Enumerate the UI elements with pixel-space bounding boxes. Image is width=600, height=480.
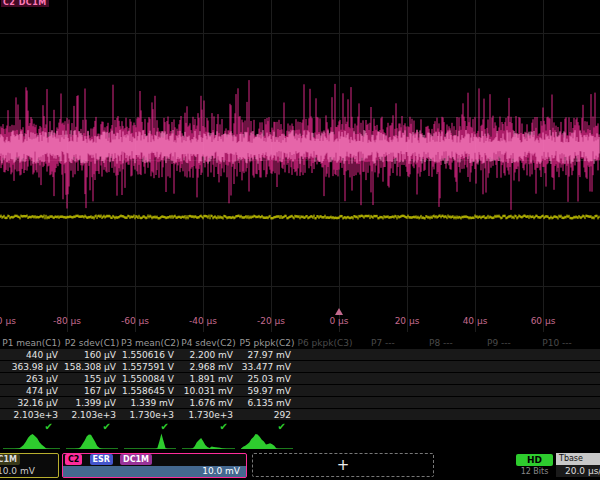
measure-value-cell: 32.16 µV <box>0 397 63 409</box>
histicon-baseline <box>3 448 60 449</box>
histicon-shape <box>241 434 293 449</box>
measure-header-cell[interactable]: P3 mean(C2) <box>121 337 179 349</box>
channel-c2-descriptor[interactable]: C2 ESR DC1M 10.0 mV <box>62 453 247 478</box>
measure-value-cell: 25.03 mV <box>238 373 296 385</box>
measure-value-row: 440 µV160 µV1.550616 V2.200 mV27.97 mV <box>0 349 600 361</box>
measure-header-cell[interactable]: P7 --- <box>354 337 412 349</box>
measure-value-cell: 167 µV <box>63 385 121 397</box>
measure-value-row: 363.98 µV158.308 µV1.557591 V2.968 mV33.… <box>0 361 600 373</box>
time-axis-label: -20 µs <box>257 316 285 326</box>
measure-header-cell[interactable]: P1 mean(C1) <box>0 337 63 349</box>
measure-value-cell: 6.135 mV <box>238 397 296 409</box>
measure-header-cell[interactable]: P4 sdev(C2) <box>179 337 238 349</box>
c1-trace[interactable] <box>0 215 599 220</box>
channel-c1-descriptor[interactable]: C1 DC1M 10.0 mV <box>0 453 59 478</box>
measure-value-cell: 1.339 mV <box>121 397 179 409</box>
measure-header-cell[interactable]: P8 --- <box>412 337 470 349</box>
measure-value-row: 2.103e+32.103e+31.730e+31.730e+3292 <box>0 409 600 421</box>
measure-value-cell: 1.676 mV <box>179 397 238 409</box>
measure-value-cell: 2.968 mV <box>179 361 238 373</box>
c2-vdiv-value: 10.0 mV <box>63 466 246 477</box>
c2-descriptor-top: C2 ESR DC1M <box>63 454 246 466</box>
c1-coupling-badge: DC1M <box>0 454 20 465</box>
measure-status-check: ✔ <box>179 421 238 433</box>
measure-value-cell: 1.730e+3 <box>179 409 238 421</box>
c2-coupling-badge: DC1M <box>120 454 152 465</box>
measure-value-cell: 474 µV <box>0 385 63 397</box>
measure-value-cell: 2.103e+3 <box>0 409 63 421</box>
time-axis-label: -80 µs <box>53 316 81 326</box>
histicon-1[interactable] <box>3 433 60 450</box>
measure-value-cell: 1.557591 V <box>121 361 179 373</box>
measure-value-row: 263 µV155 µV1.550084 V1.891 mV25.03 mV <box>0 373 600 385</box>
measure-status-check: ✔ <box>63 421 121 433</box>
c1-descriptor-top: C1 DC1M <box>0 454 58 466</box>
measure-value-cell: 1.730e+3 <box>121 409 179 421</box>
trace-corner-label: C2 DC1M <box>1 0 49 7</box>
trigger-position-marker[interactable] <box>335 308 343 315</box>
time-axis-label: -100 µs <box>0 316 16 326</box>
measure-value-row: 32.16 µV1.399 µV1.339 mV1.676 mV6.135 mV <box>0 397 600 409</box>
measure-status-check: ✔ <box>121 421 179 433</box>
measure-value-cell: 158.308 µV <box>63 361 121 373</box>
waveform-grid[interactable]: C2 DC1M -100 µs-80 µs-60 µs-40 µs-20 µs0… <box>0 0 600 332</box>
time-axis-label: 40 µs <box>463 316 488 326</box>
histicon-strip <box>0 433 600 451</box>
hd-mode-badge[interactable]: HD <box>516 454 553 466</box>
measure-status-check: ✔ <box>0 421 63 433</box>
time-axis-label: -60 µs <box>121 316 149 326</box>
oscilloscope-screen: C2 DC1M -100 µs-80 µs-60 µs-40 µs-20 µs0… <box>0 0 600 480</box>
waveform-canvas <box>0 0 600 332</box>
measure-value-cell: 292 <box>238 409 296 421</box>
histicon-baseline <box>241 448 293 449</box>
measurement-table: P1 mean(C1)P2 sdev(C1)P3 mean(C2)P4 sdev… <box>0 337 600 433</box>
histicon-baseline <box>124 448 176 449</box>
measure-status-check: ✔ <box>238 421 296 433</box>
measure-status-row: ✔✔✔✔✔ <box>0 421 600 433</box>
measure-value-cell: 2.103e+3 <box>63 409 121 421</box>
measure-header-cell[interactable]: P10 --- <box>528 337 586 349</box>
measure-value-cell: 363.98 µV <box>0 361 63 373</box>
measure-value-cell: 27.97 mV <box>238 349 296 361</box>
histicon-2[interactable] <box>66 433 118 450</box>
measure-value-cell: 1.558645 V <box>121 385 179 397</box>
histicon-5[interactable] <box>241 433 293 450</box>
time-axis-label: -40 µs <box>189 316 217 326</box>
histicon-shape <box>66 435 118 450</box>
histicon-4[interactable] <box>182 433 235 450</box>
time-axis-label: 20 µs <box>395 316 420 326</box>
measure-value-cell: 1.550616 V <box>121 349 179 361</box>
measure-header-cell[interactable]: P11 <box>586 337 600 349</box>
c2-label: C2 <box>65 454 82 465</box>
measure-header-cell[interactable]: P9 --- <box>470 337 528 349</box>
measure-header-cell[interactable]: P6 pkpk(C3) <box>296 337 354 349</box>
measure-value-row: 474 µV167 µV1.558645 V10.031 mV59.97 mV <box>0 385 600 397</box>
measure-value-cell: 2.200 mV <box>179 349 238 361</box>
histicon-shape <box>3 434 60 449</box>
histicon-shape <box>182 438 235 449</box>
time-axis-label: 0 µs <box>329 316 348 326</box>
add-trace-button[interactable]: + <box>252 453 434 477</box>
measure-header-row: P1 mean(C1)P2 sdev(C1)P3 mean(C2)P4 sdev… <box>0 337 600 349</box>
measure-value-cell: 440 µV <box>0 349 63 361</box>
timebase-value: 20.0 µs/div <box>556 465 600 477</box>
time-axis-label: 60 µs <box>531 316 556 326</box>
bottom-status-bar: C1 DC1M 10.0 mV C2 ESR DC1M 10.0 mV + HD… <box>0 452 600 480</box>
histicon-baseline <box>182 448 235 449</box>
histicon-baseline <box>66 448 118 449</box>
timebase-summary-box[interactable]: Tbase 20.0 µs/div <box>556 453 600 478</box>
measure-value-cell: 33.477 mV <box>238 361 296 373</box>
measure-value-cell: 155 µV <box>63 373 121 385</box>
measure-value-cell: 10.031 mV <box>179 385 238 397</box>
histicon-3[interactable] <box>124 433 176 450</box>
measure-header-cell[interactable]: P2 sdev(C1) <box>63 337 121 349</box>
measure-value-cell: 263 µV <box>0 373 63 385</box>
measure-value-cell: 160 µV <box>63 349 121 361</box>
hd-bits-label: 12 Bits <box>516 467 553 476</box>
measure-value-cell: 1.399 µV <box>63 397 121 409</box>
c2-esr-badge: ESR <box>90 454 113 465</box>
measure-value-cell: 1.891 mV <box>179 373 238 385</box>
measure-header-cell[interactable]: P5 pkpk(C2) <box>238 337 296 349</box>
measure-value-cell: 59.97 mV <box>238 385 296 397</box>
histicon-shape <box>124 434 176 450</box>
